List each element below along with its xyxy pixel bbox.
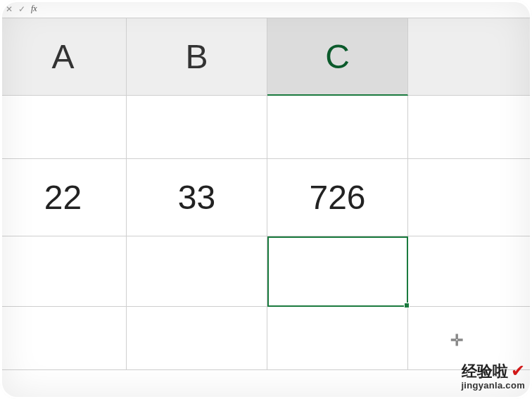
table-row: 22 33 726 [0,159,532,236]
column-header-b[interactable]: B [127,18,267,96]
cell-c4[interactable] [267,307,408,370]
column-header-a[interactable]: A [0,18,127,96]
column-header-c[interactable]: C [267,18,408,96]
cell-b3[interactable] [127,236,267,307]
cell-b4[interactable] [127,307,267,370]
cell-d3[interactable] [408,236,532,307]
spreadsheet-grid: A B C 22 33 726 [0,18,532,370]
column-header-row: A B C [0,18,532,96]
cursor-crosshair-icon: ✛ [450,331,463,350]
check-icon: ✔ [511,361,525,380]
formula-input[interactable] [43,2,526,16]
table-row [0,96,532,159]
cell-a3[interactable] [0,236,127,307]
watermark-title: 经验啦 [462,362,508,380]
cell-a1[interactable] [0,96,127,159]
confirm-icon[interactable]: ✓ [18,4,25,14]
watermark-url: jingyanla.com [461,381,525,391]
fx-icon[interactable]: fx [31,4,37,14]
cancel-icon[interactable]: ✕ [6,4,13,14]
cell-a2[interactable]: 22 [0,159,127,236]
cell-d1[interactable] [408,96,532,159]
formula-bar: ✕ ✓ fx [0,0,532,18]
cell-c1[interactable] [267,96,408,159]
cell-b2[interactable]: 33 [127,159,267,236]
watermark: 经验啦✔ jingyanla.com [461,362,525,391]
cell-a4[interactable] [0,307,127,370]
fill-handle[interactable] [404,303,410,308]
cell-c2[interactable]: 726 [267,159,408,236]
cell-d2[interactable] [408,159,532,236]
column-header-d[interactable] [408,18,532,96]
cell-c3-selected[interactable] [267,236,408,307]
cell-b1[interactable] [127,96,267,159]
table-row [0,236,532,307]
